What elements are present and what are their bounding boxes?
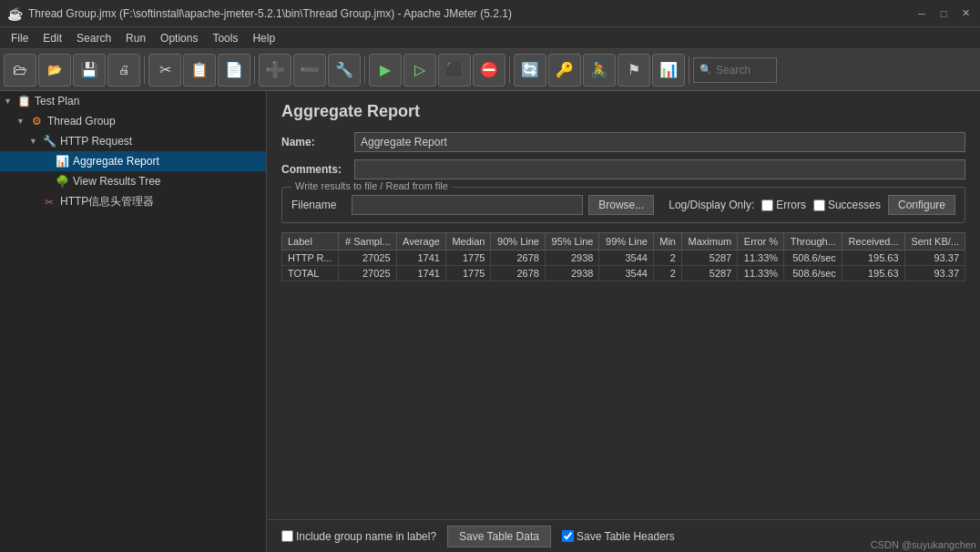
- col-median: Median: [445, 233, 491, 250]
- save-headers-checkbox[interactable]: [562, 530, 574, 542]
- table-cell: TOTAL: [282, 266, 339, 281]
- table-cell: 2678: [491, 266, 545, 281]
- maximize-button[interactable]: □: [936, 6, 951, 21]
- table-cell: 1741: [396, 266, 445, 281]
- sidebar-item-aggregate-report[interactable]: 📊 Aggregate Report: [0, 151, 266, 171]
- sidebar-item-http-header-manager[interactable]: ✂ HTTP信息头管理器: [0, 191, 266, 212]
- sidebar-item-view-results-tree[interactable]: 🌳 View Results Tree: [0, 171, 266, 191]
- col-received: Received...: [842, 233, 904, 250]
- table-cell: 2938: [545, 266, 598, 281]
- file-row: Filename Browse... Log/Display Only: Err…: [291, 195, 955, 215]
- col-throughput: Through...: [784, 233, 842, 250]
- panel-title: Aggregate Report: [281, 102, 965, 121]
- close-button[interactable]: ✕: [958, 6, 973, 21]
- toolbar-open[interactable]: 📂: [38, 54, 71, 87]
- aggregate-panel: Aggregate Report Name: Comments: Write r…: [267, 91, 980, 552]
- table-cell: 2: [653, 250, 681, 266]
- errors-checkbox[interactable]: [761, 199, 773, 211]
- toolbar-add[interactable]: ➕: [259, 54, 291, 87]
- toolbar-sep-4: [509, 56, 510, 84]
- search-icon: 🔍: [699, 64, 712, 76]
- minimize-button[interactable]: ─: [914, 6, 929, 21]
- menu-options[interactable]: Options: [153, 30, 205, 46]
- sidebar-label-http-header-manager: HTTP信息头管理器: [60, 194, 262, 210]
- sidebar-label-thread-group: Thread Group: [47, 115, 262, 128]
- table-cell: HTTP R...: [282, 250, 339, 266]
- toolbar-clear[interactable]: 🔄: [514, 54, 546, 87]
- toolbar-new[interactable]: 🗁: [4, 54, 36, 87]
- toolbar-stop[interactable]: ⬛: [438, 54, 471, 87]
- col-average: Average: [396, 233, 445, 250]
- toolbar-kill[interactable]: ⛔: [473, 54, 505, 87]
- toolbar-cut[interactable]: ✂: [148, 54, 181, 87]
- toolbar-key[interactable]: 🔑: [548, 54, 581, 87]
- toolbar-sep-1: [144, 56, 145, 84]
- save-headers-label: Save Table Headers: [577, 530, 675, 543]
- table-cell: 11.33%: [738, 250, 784, 266]
- menu-search[interactable]: Search: [69, 30, 118, 46]
- threadgroup-icon: ⚙: [29, 114, 44, 128]
- col-min: Min: [653, 233, 681, 250]
- testplan-icon: 📋: [16, 94, 31, 108]
- toolbar-chart[interactable]: 📊: [652, 54, 685, 87]
- toolbar-flag[interactable]: ⚑: [618, 54, 650, 87]
- filename-input[interactable]: [352, 195, 583, 215]
- toolbar-saveas[interactable]: 🖨: [107, 54, 140, 87]
- table-cell: 5287: [681, 266, 737, 281]
- toolbar-sep-5: [689, 56, 689, 84]
- menu-tools[interactable]: Tools: [205, 30, 245, 46]
- configure-button[interactable]: Configure: [888, 195, 955, 215]
- col-99line: 99% Line: [599, 233, 653, 250]
- manager-icon: ✂: [42, 195, 56, 210]
- comments-input[interactable]: [354, 159, 965, 179]
- menu-bar: File Edit Search Run Options Tools Help: [0, 27, 980, 49]
- file-group-legend: Write results to file / Read from file: [291, 180, 452, 191]
- sidebar-item-test-plan[interactable]: ▼ 📋 Test Plan: [0, 91, 266, 111]
- table-cell: 508.6/sec: [784, 266, 842, 281]
- name-input[interactable]: [354, 132, 965, 152]
- toolbar-settings[interactable]: 🔧: [328, 54, 361, 87]
- title-bar: ☕ Thread Group.jmx (F:\softinstall\apach…: [0, 0, 980, 27]
- include-group-checkbox-item: Include group name in label?: [281, 530, 436, 543]
- menu-run[interactable]: Run: [118, 30, 153, 46]
- toolbar-paste[interactable]: 📄: [218, 54, 250, 87]
- sidebar-item-thread-group[interactable]: ▼ ⚙ Thread Group: [0, 111, 266, 131]
- toolbar-save[interactable]: 💾: [73, 54, 106, 87]
- name-row: Name:: [281, 132, 965, 152]
- filename-label: Filename: [291, 199, 346, 211]
- window-controls: ─ □ ✕: [914, 6, 973, 21]
- table-header-row: Label # Sampl... Average Median 90% Line…: [282, 233, 965, 250]
- menu-edit[interactable]: Edit: [36, 30, 69, 46]
- toolbar: 🗁 📂 💾 🖨 ✂ 📋 📄 ➕ ➖ 🔧 ▶ ▷ ⬛ ⛔ 🔄 🔑 🚴 ⚑ 📊 🔍: [0, 49, 980, 91]
- menu-file[interactable]: File: [4, 30, 36, 46]
- sidebar-item-http-request[interactable]: ▼ 🔧 HTTP Request: [0, 131, 266, 151]
- include-group-checkbox[interactable]: [281, 530, 293, 542]
- toolbar-run-all[interactable]: ▷: [403, 54, 436, 87]
- include-group-label: Include group name in label?: [296, 530, 436, 543]
- table-cell: 508.6/sec: [784, 250, 842, 266]
- toolbar-remove[interactable]: ➖: [293, 54, 326, 87]
- httpreq-icon: 🔧: [42, 134, 56, 148]
- menu-help[interactable]: Help: [245, 30, 282, 46]
- table-cell: 2678: [491, 250, 545, 266]
- table-cell: 1741: [396, 250, 445, 266]
- toolbar-bike[interactable]: 🚴: [583, 54, 616, 87]
- table-cell: 11.33%: [738, 266, 784, 281]
- successes-label: Successes: [828, 199, 881, 211]
- log-display: Log/Display Only: Errors Successes Confi…: [669, 195, 955, 215]
- browse-button[interactable]: Browse...: [588, 195, 654, 215]
- toolbar-sep-2: [254, 56, 255, 84]
- table-cell: 1775: [445, 250, 491, 266]
- search-area: 🔍: [693, 57, 777, 83]
- col-95line: 95% Line: [545, 233, 598, 250]
- successes-checkbox[interactable]: [813, 199, 825, 211]
- toolbar-run[interactable]: ▶: [369, 54, 402, 87]
- table-cell: 195.63: [842, 266, 904, 281]
- col-samples: # Sampl...: [339, 233, 396, 250]
- toolbar-copy[interactable]: 📋: [183, 54, 216, 87]
- search-input[interactable]: [716, 64, 771, 77]
- col-maximum: Maximum: [681, 233, 737, 250]
- save-table-data-button[interactable]: Save Table Data: [447, 526, 551, 547]
- table-row: HTTP R...2702517411775267829383544252871…: [282, 250, 965, 266]
- table-cell: 2938: [545, 250, 598, 266]
